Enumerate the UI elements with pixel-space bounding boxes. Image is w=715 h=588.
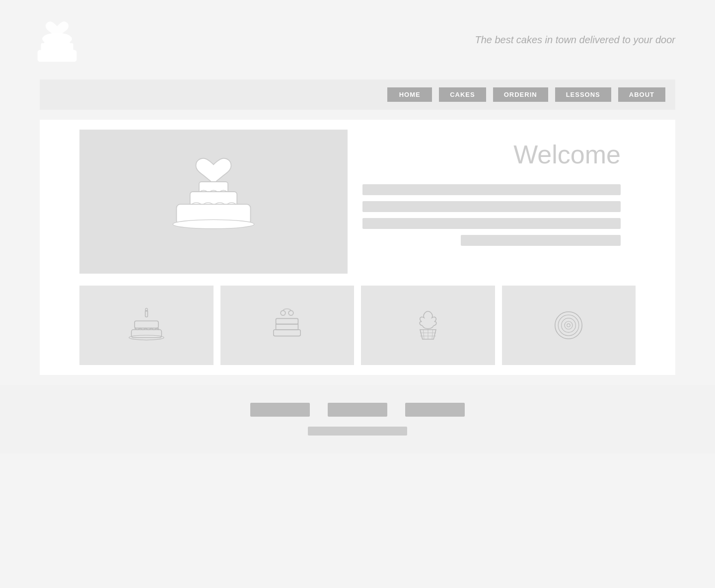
navigation: HOME CAKES ORDERIN LESSONS ABOUT: [40, 79, 675, 110]
svg-point-21: [173, 220, 254, 228]
product-grid: [79, 286, 636, 365]
svg-line-34: [423, 330, 424, 339]
svg-point-39: [555, 312, 582, 339]
footer-links: [250, 403, 465, 417]
product-card-layer[interactable]: [220, 286, 355, 365]
footer-link-2[interactable]: [328, 403, 387, 417]
nav-item-orderin[interactable]: ORDERIN: [493, 87, 548, 102]
svg-rect-31: [276, 324, 298, 330]
svg-point-43: [567, 324, 570, 327]
svg-rect-25: [131, 330, 161, 338]
svg-point-42: [565, 321, 572, 329]
svg-rect-10: [38, 50, 77, 62]
hero-section: Welcome: [79, 130, 636, 274]
svg-point-41: [562, 318, 576, 333]
nav-item-home[interactable]: HOME: [387, 87, 432, 102]
footer-link-3[interactable]: [405, 403, 465, 417]
svg-point-28: [288, 310, 293, 315]
site-footer: [0, 385, 715, 453]
product-card-cupcake[interactable]: [361, 286, 495, 365]
nav-item-lessons[interactable]: LESSONS: [555, 87, 611, 102]
svg-rect-33: [274, 330, 300, 336]
svg-rect-24: [135, 321, 158, 328]
hero-image: [79, 130, 348, 274]
product-card-birthday[interactable]: [79, 286, 214, 365]
product-card-swirl[interactable]: [502, 286, 636, 365]
svg-line-36: [432, 330, 433, 339]
nav-wrapper: HOME CAKES ORDERIN LESSONS ABOUT: [0, 79, 715, 110]
text-line-2: [362, 201, 621, 212]
text-line-4: [461, 235, 621, 246]
site-header: The best cakes in town delivered to your…: [0, 0, 715, 79]
hero-title: Welcome: [513, 140, 621, 169]
header-tagline: The best cakes in town delivered to your…: [475, 34, 675, 46]
text-line-3: [362, 218, 621, 229]
main-content: Welcome: [40, 120, 675, 375]
footer-link-1[interactable]: [250, 403, 310, 417]
footer-copyright: [308, 427, 407, 436]
svg-rect-29: [276, 318, 298, 324]
logo: [30, 10, 84, 70]
hero-text: Welcome: [348, 130, 636, 274]
nav-item-about[interactable]: ABOUT: [618, 87, 665, 102]
nav-item-cakes[interactable]: CAKES: [439, 87, 486, 102]
svg-point-27: [281, 310, 286, 315]
text-line-1: [362, 184, 621, 195]
